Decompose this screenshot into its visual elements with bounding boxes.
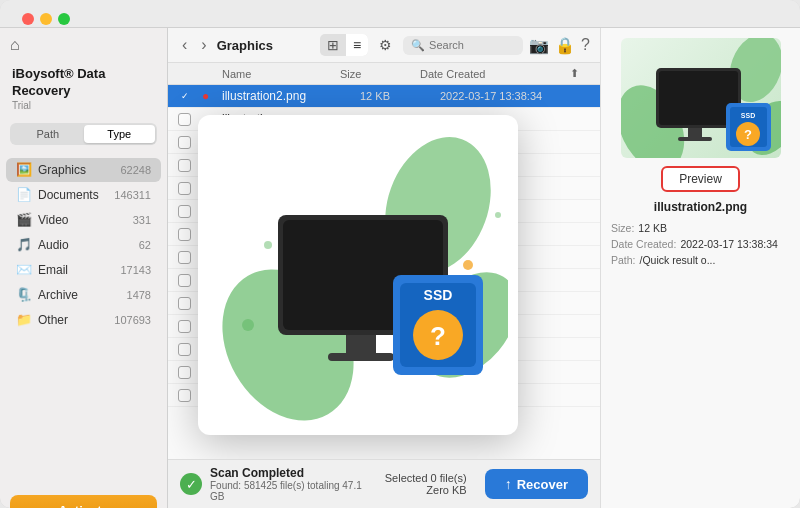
recover-icon: ↑ — [505, 476, 512, 492]
sidebar-label-video: Video — [38, 213, 129, 227]
size-value: 12 KB — [638, 222, 667, 234]
sidebar-item-archive[interactable]: 🗜️ Archive 1478 — [6, 283, 161, 307]
minimize-dot[interactable] — [40, 13, 52, 25]
selected-files: Selected 0 file(s) — [385, 472, 467, 484]
svg-point-15 — [242, 319, 254, 331]
svg-rect-5 — [346, 335, 376, 355]
svg-point-14 — [495, 212, 501, 218]
file-checkbox-0[interactable]: ✓ — [178, 90, 202, 103]
sidebar: ⌂ iBoysoft® Data Recovery Trial Path Typ… — [0, 28, 168, 508]
status-text: Scan Completed Found: 581425 file(s) tot… — [210, 466, 377, 502]
sidebar-count-email: 17143 — [120, 264, 151, 276]
video-icon: 🎬 — [16, 212, 32, 228]
sidebar-top: ⌂ — [0, 28, 167, 54]
sidebar-label-documents: Documents — [38, 188, 110, 202]
svg-point-12 — [264, 241, 272, 249]
sidebar-item-documents[interactable]: 📄 Documents 146311 — [6, 183, 161, 207]
svg-rect-6 — [328, 353, 394, 361]
svg-point-13 — [463, 260, 473, 270]
svg-rect-22 — [678, 137, 712, 141]
other-icon: 📁 — [16, 312, 32, 328]
path-value: /Quick result o... — [640, 254, 716, 266]
app-subtitle: Trial — [12, 100, 155, 111]
recover-label: Recover — [517, 477, 568, 492]
tab-type[interactable]: Type — [84, 125, 156, 143]
sidebar-header: iBoysoft® Data Recovery Trial — [0, 54, 167, 115]
back-button[interactable]: ‹ — [178, 34, 191, 56]
file-type-icon-0: ● — [202, 89, 222, 103]
preview-path-row: Path: /Quick result o... — [611, 254, 790, 266]
sidebar-count-audio: 62 — [139, 239, 151, 251]
breadcrumb: Graphics — [217, 38, 314, 53]
sidebar-item-graphics[interactable]: 🖼️ Graphics 62248 — [6, 158, 161, 182]
scan-status-sub: Found: 581425 file(s) totaling 47.1 GB — [210, 480, 377, 502]
search-input[interactable] — [429, 39, 509, 51]
preview-panel: SSD ? Preview illustration2.png Size: 12… — [600, 28, 800, 508]
checkbox-0[interactable]: ✓ — [178, 90, 191, 103]
toolbar: ‹ › Graphics ⊞ ≡ ⚙ 🔍 — [168, 28, 600, 63]
sidebar-tabs: Path Type — [10, 123, 157, 145]
tab-path[interactable]: Path — [12, 125, 84, 143]
filter-button[interactable]: ⚙ — [374, 34, 397, 56]
preview-filename: illustration2.png — [654, 200, 747, 214]
svg-text:SSD: SSD — [424, 287, 453, 303]
help-button[interactable]: ? — [581, 36, 590, 54]
col-action-header: ⬆ — [570, 67, 590, 80]
sidebar-item-video[interactable]: 🎬 Video 331 — [6, 208, 161, 232]
selected-info: Selected 0 file(s) Zero KB — [385, 472, 467, 496]
main-panel: ‹ › Graphics ⊞ ≡ ⚙ 🔍 — [168, 28, 600, 508]
sidebar-label-archive: Archive — [38, 288, 123, 302]
preview-date-row: Date Created: 2022-03-17 13:38:34 — [611, 238, 790, 250]
maximize-dot[interactable] — [58, 13, 70, 25]
table-row[interactable]: ✓ ● illustration2.png 12 KB 2022-03-17 1… — [168, 85, 600, 108]
date-label: Date Created: — [611, 238, 676, 250]
email-icon: ✉️ — [16, 262, 32, 278]
sidebar-count-other: 107693 — [114, 314, 151, 326]
sidebar-label-other: Other — [38, 313, 110, 327]
close-dot[interactable] — [22, 13, 34, 25]
col-date-header[interactable]: Date Created — [420, 68, 570, 80]
sidebar-count-documents: 146311 — [114, 189, 151, 201]
sidebar-count-video: 331 — [133, 214, 151, 226]
search-box: 🔍 — [403, 36, 523, 55]
status-bar: ✓ Scan Completed Found: 581425 file(s) t… — [168, 459, 600, 508]
sidebar-label-graphics: Graphics — [38, 163, 116, 177]
sidebar-item-email[interactable]: ✉️ Email 17143 — [6, 258, 161, 282]
recover-button[interactable]: ↑ Recover — [485, 469, 588, 499]
scan-status-main: Scan Completed — [210, 466, 377, 480]
app-window: ⌂ iBoysoft® Data Recovery Trial Path Typ… — [0, 0, 800, 508]
preview-thumbnail: SSD ? — [621, 38, 781, 158]
file-list: ✓ ● illustration2.png 12 KB 2022-03-17 1… — [168, 85, 600, 459]
main-and-preview: ‹ › Graphics ⊞ ≡ ⚙ 🔍 — [168, 28, 800, 508]
preview-size-row: Size: 12 KB — [611, 222, 790, 234]
list-view-button[interactable]: ≡ — [346, 34, 368, 56]
toolbar-icons: 📷 🔒 ? — [529, 36, 590, 55]
traffic-lights — [10, 3, 82, 25]
file-name-0: illustration2.png — [222, 89, 360, 103]
scan-complete-icon: ✓ — [180, 473, 202, 495]
col-name-header[interactable]: Name — [222, 68, 340, 80]
activate-button[interactable]: Activate — [10, 495, 157, 508]
window-body: ⌂ iBoysoft® Data Recovery Trial Path Typ… — [0, 28, 800, 508]
home-icon[interactable]: ⌂ — [10, 36, 20, 54]
forward-button[interactable]: › — [197, 34, 210, 56]
lock-button[interactable]: 🔒 — [555, 36, 575, 55]
svg-rect-21 — [688, 128, 702, 138]
sidebar-item-other[interactable]: 📁 Other 107693 — [6, 308, 161, 332]
size-label: Size: — [611, 222, 634, 234]
file-size-0: 12 KB — [360, 90, 440, 102]
col-size-header[interactable]: Size — [340, 68, 420, 80]
svg-text:SSD: SSD — [740, 112, 754, 119]
table-header: Name Size Date Created ⬆ — [168, 63, 600, 85]
search-icon: 🔍 — [411, 39, 425, 52]
grid-view-button[interactable]: ⊞ — [320, 34, 346, 56]
sidebar-item-audio[interactable]: 🎵 Audio 62 — [6, 233, 161, 257]
preview-button[interactable]: Preview — [661, 166, 740, 192]
sidebar-activate: Activate — [10, 495, 157, 508]
camera-button[interactable]: 📷 — [529, 36, 549, 55]
preview-popup: ? SSD — [198, 115, 518, 435]
file-date-0: 2022-03-17 13:38:34 — [440, 90, 590, 102]
sidebar-label-email: Email — [38, 263, 116, 277]
app-title: iBoysoft® Data Recovery — [12, 66, 155, 100]
sidebar-label-audio: Audio — [38, 238, 135, 252]
